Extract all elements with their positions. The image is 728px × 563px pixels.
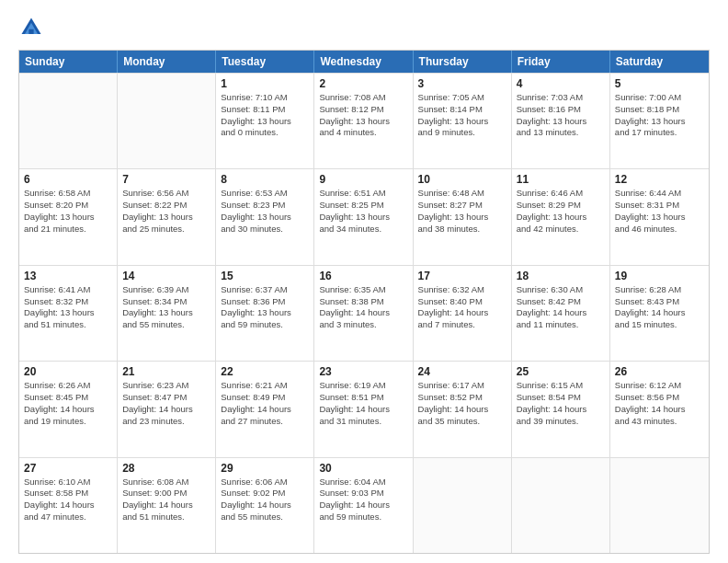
day-cell-5: 5Sunrise: 7:00 AM Sunset: 8:18 PM Daylig… (610, 74, 709, 168)
day-info: Sunrise: 6:48 AM Sunset: 8:27 PM Dayligh… (418, 188, 506, 235)
day-info: Sunrise: 6:21 AM Sunset: 8:49 PM Dayligh… (221, 380, 309, 427)
day-info: Sunrise: 6:56 AM Sunset: 8:22 PM Dayligh… (122, 188, 210, 235)
day-cell-9: 9Sunrise: 6:51 AM Sunset: 8:25 PM Daylig… (314, 169, 413, 264)
day-number: 17 (418, 270, 506, 282)
week-row-5: 27Sunrise: 6:10 AM Sunset: 8:58 PM Dayli… (19, 457, 709, 553)
day-number: 8 (221, 173, 309, 186)
logo-icon (18, 15, 44, 40)
day-cell-30: 30Sunrise: 6:04 AM Sunset: 9:03 PM Dayli… (314, 458, 413, 553)
day-cell-10: 10Sunrise: 6:48 AM Sunset: 8:27 PM Dayli… (414, 169, 512, 264)
week-row-4: 20Sunrise: 6:26 AM Sunset: 8:45 PM Dayli… (19, 361, 709, 456)
day-cell-3: 3Sunrise: 7:05 AM Sunset: 8:14 PM Daylig… (414, 74, 512, 168)
day-info: Sunrise: 6:17 AM Sunset: 8:52 PM Dayligh… (418, 380, 506, 427)
day-number: 2 (319, 77, 407, 90)
day-number: 20 (24, 365, 112, 378)
day-cell-12: 12Sunrise: 6:44 AM Sunset: 8:31 PM Dayli… (610, 169, 709, 264)
header-day-monday: Monday (118, 51, 216, 73)
day-number: 30 (319, 462, 407, 475)
day-info: Sunrise: 6:58 AM Sunset: 8:20 PM Dayligh… (24, 188, 112, 235)
day-info: Sunrise: 6:46 AM Sunset: 8:29 PM Dayligh… (517, 188, 605, 235)
day-number: 18 (517, 270, 605, 282)
day-cell-27: 27Sunrise: 6:10 AM Sunset: 8:58 PM Dayli… (19, 458, 118, 553)
day-number: 23 (319, 365, 407, 378)
day-info: Sunrise: 6:41 AM Sunset: 8:32 PM Dayligh… (24, 284, 112, 331)
header-day-saturday: Saturday (610, 51, 709, 73)
day-info: Sunrise: 6:28 AM Sunset: 8:43 PM Dayligh… (615, 284, 704, 331)
calendar-header: SundayMondayTuesdayWednesdayThursdayFrid… (19, 51, 709, 73)
day-number: 24 (418, 365, 506, 378)
day-number: 19 (615, 270, 704, 282)
day-info: Sunrise: 6:08 AM Sunset: 9:00 PM Dayligh… (122, 477, 210, 523)
day-info: Sunrise: 6:19 AM Sunset: 8:51 PM Dayligh… (319, 380, 407, 427)
day-cell-23: 23Sunrise: 6:19 AM Sunset: 8:51 PM Dayli… (314, 362, 413, 456)
svg-rect-2 (28, 29, 33, 34)
day-info: Sunrise: 6:53 AM Sunset: 8:23 PM Dayligh… (221, 188, 309, 235)
day-number: 29 (221, 462, 309, 475)
page: SundayMondayTuesdayWednesdayThursdayFrid… (0, 0, 728, 563)
day-info: Sunrise: 6:32 AM Sunset: 8:40 PM Dayligh… (418, 284, 506, 331)
day-number: 10 (418, 173, 506, 186)
day-cell-empty (610, 458, 709, 553)
calendar: SundayMondayTuesdayWednesdayThursdayFrid… (18, 50, 710, 554)
day-info: Sunrise: 6:04 AM Sunset: 9:03 PM Dayligh… (319, 477, 407, 523)
day-number: 5 (615, 77, 704, 90)
day-number: 26 (615, 365, 704, 378)
day-cell-24: 24Sunrise: 6:17 AM Sunset: 8:52 PM Dayli… (414, 362, 512, 456)
day-cell-8: 8Sunrise: 6:53 AM Sunset: 8:23 PM Daylig… (216, 169, 314, 264)
day-info: Sunrise: 6:06 AM Sunset: 9:02 PM Dayligh… (221, 477, 309, 523)
day-info: Sunrise: 6:23 AM Sunset: 8:47 PM Dayligh… (122, 380, 210, 427)
day-number: 21 (122, 365, 210, 378)
day-info: Sunrise: 6:51 AM Sunset: 8:25 PM Dayligh… (319, 188, 407, 235)
day-number: 7 (122, 173, 210, 186)
day-cell-28: 28Sunrise: 6:08 AM Sunset: 9:00 PM Dayli… (118, 458, 216, 553)
header-day-tuesday: Tuesday (216, 51, 314, 73)
day-number: 22 (221, 365, 309, 378)
calendar-body: 1Sunrise: 7:10 AM Sunset: 8:11 PM Daylig… (19, 73, 709, 553)
day-cell-21: 21Sunrise: 6:23 AM Sunset: 8:47 PM Dayli… (118, 362, 216, 456)
day-cell-6: 6Sunrise: 6:58 AM Sunset: 8:20 PM Daylig… (19, 169, 118, 264)
day-info: Sunrise: 6:12 AM Sunset: 8:56 PM Dayligh… (615, 380, 704, 427)
day-number: 16 (319, 270, 407, 282)
day-number: 6 (24, 173, 112, 186)
day-info: Sunrise: 6:10 AM Sunset: 8:58 PM Dayligh… (24, 477, 112, 523)
day-cell-22: 22Sunrise: 6:21 AM Sunset: 8:49 PM Dayli… (216, 362, 314, 456)
day-info: Sunrise: 6:30 AM Sunset: 8:42 PM Dayligh… (517, 284, 605, 331)
day-cell-16: 16Sunrise: 6:35 AM Sunset: 8:38 PM Dayli… (314, 266, 413, 361)
day-cell-14: 14Sunrise: 6:39 AM Sunset: 8:34 PM Dayli… (118, 266, 216, 361)
day-info: Sunrise: 7:03 AM Sunset: 8:16 PM Dayligh… (517, 92, 605, 139)
day-info: Sunrise: 7:05 AM Sunset: 8:14 PM Dayligh… (418, 92, 506, 139)
week-row-2: 6Sunrise: 6:58 AM Sunset: 8:20 PM Daylig… (19, 168, 709, 264)
day-number: 13 (24, 270, 112, 282)
day-number: 28 (122, 462, 210, 475)
day-number: 12 (615, 173, 704, 186)
day-cell-20: 20Sunrise: 6:26 AM Sunset: 8:45 PM Dayli… (19, 362, 118, 456)
day-info: Sunrise: 6:15 AM Sunset: 8:54 PM Dayligh… (517, 380, 605, 427)
day-cell-7: 7Sunrise: 6:56 AM Sunset: 8:22 PM Daylig… (118, 169, 216, 264)
day-cell-empty (19, 74, 118, 168)
day-cell-18: 18Sunrise: 6:30 AM Sunset: 8:42 PM Dayli… (512, 266, 610, 361)
day-number: 1 (221, 77, 309, 90)
day-cell-1: 1Sunrise: 7:10 AM Sunset: 8:11 PM Daylig… (216, 74, 314, 168)
week-row-3: 13Sunrise: 6:41 AM Sunset: 8:32 PM Dayli… (19, 265, 709, 361)
week-row-1: 1Sunrise: 7:10 AM Sunset: 8:11 PM Daylig… (19, 73, 709, 168)
day-number: 11 (517, 173, 605, 186)
day-info: Sunrise: 7:10 AM Sunset: 8:11 PM Dayligh… (221, 92, 309, 139)
header-day-sunday: Sunday (19, 51, 118, 73)
day-number: 14 (122, 270, 210, 282)
day-cell-29: 29Sunrise: 6:06 AM Sunset: 9:02 PM Dayli… (216, 458, 314, 553)
day-info: Sunrise: 7:08 AM Sunset: 8:12 PM Dayligh… (319, 92, 407, 139)
day-number: 27 (24, 462, 112, 475)
day-cell-26: 26Sunrise: 6:12 AM Sunset: 8:56 PM Dayli… (610, 362, 709, 456)
day-cell-11: 11Sunrise: 6:46 AM Sunset: 8:29 PM Dayli… (512, 169, 610, 264)
header (18, 15, 710, 40)
day-cell-15: 15Sunrise: 6:37 AM Sunset: 8:36 PM Dayli… (216, 266, 314, 361)
header-day-wednesday: Wednesday (314, 51, 413, 73)
day-number: 4 (517, 77, 605, 90)
day-info: Sunrise: 6:39 AM Sunset: 8:34 PM Dayligh… (122, 284, 210, 331)
day-cell-empty (118, 74, 216, 168)
day-info: Sunrise: 6:44 AM Sunset: 8:31 PM Dayligh… (615, 188, 704, 235)
day-cell-empty (512, 458, 610, 553)
day-cell-13: 13Sunrise: 6:41 AM Sunset: 8:32 PM Dayli… (19, 266, 118, 361)
day-number: 25 (517, 365, 605, 378)
day-number: 15 (221, 270, 309, 282)
